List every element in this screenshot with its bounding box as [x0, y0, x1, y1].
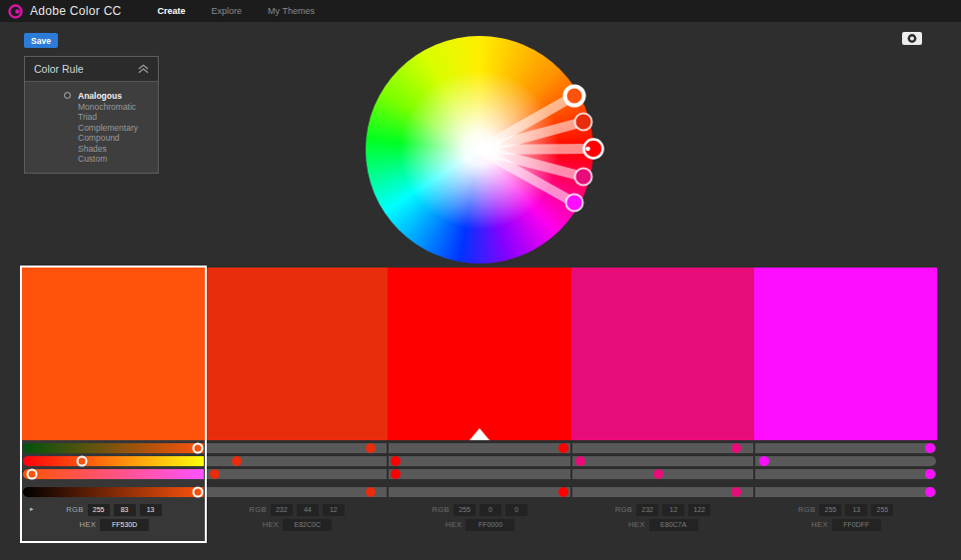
slider-handle[interactable]: [210, 469, 220, 479]
hex-value-input[interactable]: [832, 519, 881, 531]
color-swatch[interactable]: [388, 268, 570, 440]
green-slider[interactable]: [755, 456, 936, 466]
rule-option-monochromatic[interactable]: Monochromatic: [25, 102, 158, 113]
slider-handle[interactable]: [232, 456, 242, 466]
wheel-markers-overlay: [346, 16, 613, 283]
color-fields: RGBHEX: [754, 503, 937, 540]
blue-slider[interactable]: [389, 469, 569, 479]
green-slider[interactable]: [572, 456, 753, 466]
color-swatch[interactable]: [571, 268, 754, 440]
rgb-label: RGB: [614, 505, 632, 514]
rgb-label: RGB: [66, 505, 84, 514]
g-value-input[interactable]: [480, 504, 501, 516]
red-slider[interactable]: [23, 443, 204, 453]
color-fields: RGBHEX: [388, 503, 570, 540]
b-value-input[interactable]: [140, 504, 162, 516]
brightness-slider[interactable]: [23, 487, 204, 497]
adobe-color-logo-icon[interactable]: [8, 4, 23, 19]
b-value-input[interactable]: [688, 504, 710, 516]
color-rule-header[interactable]: Color Rule: [25, 57, 158, 82]
brightness-slider[interactable]: [755, 487, 936, 497]
slider-handle[interactable]: [575, 456, 585, 466]
slider-handle[interactable]: [731, 443, 741, 453]
slider-handle[interactable]: [76, 456, 87, 467]
rule-option-label: Shades: [78, 144, 107, 154]
slider-handle[interactable]: [558, 487, 568, 497]
rule-option-analogous[interactable]: Analogous: [25, 91, 158, 102]
slider-handle[interactable]: [192, 443, 203, 454]
rule-option-triad[interactable]: Triad: [25, 112, 158, 123]
green-slider[interactable]: [23, 456, 204, 466]
red-slider[interactable]: [389, 443, 569, 453]
r-value-input[interactable]: [636, 504, 658, 516]
tab-my-themes[interactable]: My Themes: [268, 6, 315, 16]
blue-slider[interactable]: [572, 469, 753, 479]
r-value-input[interactable]: [271, 504, 293, 516]
b-value-input[interactable]: [323, 504, 345, 516]
r-value-input[interactable]: [819, 504, 841, 516]
slider-handle[interactable]: [391, 469, 401, 479]
rule-option-shades[interactable]: Shades: [25, 144, 158, 155]
b-value-input[interactable]: [871, 504, 893, 516]
green-slider[interactable]: [389, 456, 569, 466]
tab-explore[interactable]: Explore: [212, 6, 243, 16]
rule-option-compound[interactable]: Compound: [25, 133, 158, 144]
hex-value-input[interactable]: [283, 519, 332, 531]
red-slider[interactable]: [206, 443, 387, 453]
hex-row: HEX: [205, 518, 388, 531]
g-value-input[interactable]: [662, 504, 684, 516]
hex-value-input[interactable]: [466, 519, 514, 531]
rgb-label: RGB: [249, 505, 267, 514]
g-value-input[interactable]: [297, 504, 319, 516]
blue-slider[interactable]: [23, 469, 204, 479]
blue-slider[interactable]: [755, 469, 936, 479]
color-swatch[interactable]: [205, 268, 388, 440]
hex-label: HEX: [444, 520, 462, 529]
brightness-slider[interactable]: [389, 487, 569, 497]
red-slider[interactable]: [572, 443, 753, 453]
rule-option-complementary[interactable]: Complementary: [25, 123, 158, 134]
color-swatch[interactable]: [22, 268, 205, 440]
slider-handle[interactable]: [759, 456, 769, 466]
wheel-marker-normal[interactable]: [566, 195, 583, 212]
slider-handle[interactable]: [558, 443, 568, 453]
color-wheel[interactable]: [366, 36, 593, 264]
slider-handle[interactable]: [925, 487, 935, 497]
slider-handle[interactable]: [27, 469, 38, 480]
red-slider[interactable]: [755, 443, 936, 453]
green-slider[interactable]: [206, 456, 387, 466]
brightness-slider[interactable]: [206, 487, 387, 497]
expand-arrow-icon[interactable]: ▸: [30, 505, 34, 513]
color-swatch[interactable]: [754, 268, 937, 440]
base-marker-dot: [585, 147, 590, 152]
save-button[interactable]: Save: [24, 33, 58, 48]
tab-create[interactable]: Create: [158, 6, 186, 16]
rule-option-custom[interactable]: Custom: [25, 154, 158, 165]
slider-handle[interactable]: [925, 443, 935, 453]
b-value-input[interactable]: [505, 504, 527, 516]
brightness-slider[interactable]: [572, 487, 753, 497]
camera-button[interactable]: [901, 30, 923, 46]
slider-handle[interactable]: [731, 487, 741, 497]
blue-slider[interactable]: [206, 469, 387, 479]
slider-handle[interactable]: [391, 456, 401, 466]
r-value-input[interactable]: [454, 504, 476, 516]
wheel-marker-normal[interactable]: [575, 114, 592, 131]
hex-value-input[interactable]: [100, 519, 149, 531]
hex-row: HEX: [388, 518, 570, 531]
wheel-marker-normal[interactable]: [575, 169, 592, 186]
rule-option-label: Compound: [78, 133, 120, 143]
slider-handle[interactable]: [925, 469, 935, 479]
chevron-double-up-icon[interactable]: [138, 64, 149, 74]
rgb-row: RGB: [754, 503, 937, 516]
g-value-input[interactable]: [114, 504, 136, 516]
color-fields: RGBHEX: [571, 503, 754, 540]
slider-handle[interactable]: [366, 443, 376, 453]
slider-handle[interactable]: [366, 487, 376, 497]
slider-handle[interactable]: [192, 487, 203, 498]
hex-value-input[interactable]: [649, 519, 698, 531]
wheel-marker-active[interactable]: [565, 87, 584, 106]
g-value-input[interactable]: [845, 504, 867, 516]
r-value-input[interactable]: [88, 504, 110, 516]
slider-handle[interactable]: [653, 469, 663, 479]
